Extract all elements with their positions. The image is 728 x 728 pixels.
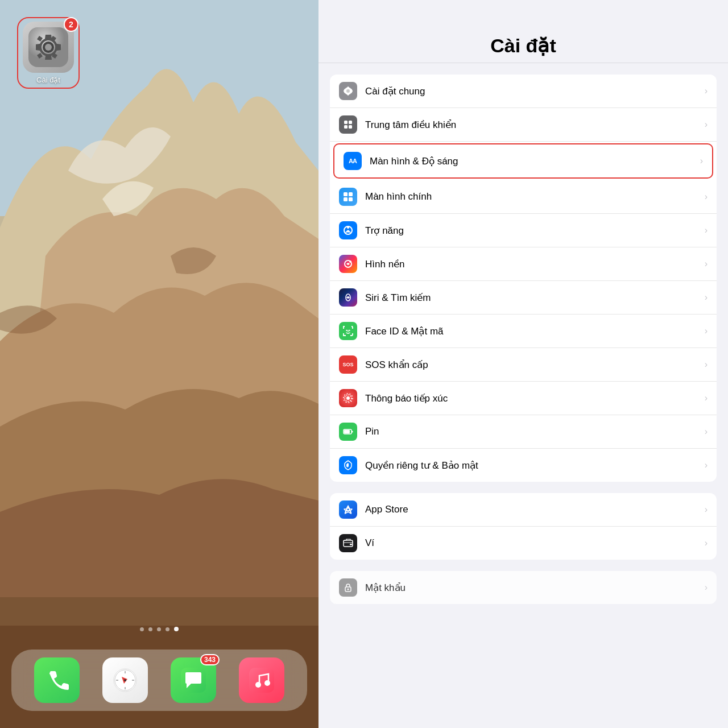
messages-dock-icon[interactable]: 343: [171, 657, 216, 703]
wallpaper-chevron: ›: [705, 259, 708, 269]
svg-point-31: [346, 330, 347, 331]
page-dot-3: [157, 627, 161, 631]
wallet-icon: [339, 534, 357, 552]
general-chevron: ›: [705, 86, 708, 96]
svg-point-8: [45, 44, 52, 51]
settings-item-control-center[interactable]: Trung tâm điều khiển ›: [330, 108, 717, 142]
sos-chevron: ›: [705, 359, 708, 370]
svg-point-33: [346, 396, 350, 400]
sos-label: SOS khẩn cấp: [365, 359, 700, 371]
accessibility-chevron: ›: [705, 225, 708, 235]
svg-point-16: [346, 89, 350, 93]
svg-rect-21: [344, 192, 348, 196]
wallpaper-label: Hình nền: [365, 258, 700, 270]
wallet-chevron: ›: [705, 538, 708, 548]
control-center-label: Trung tâm điều khiển: [365, 119, 700, 131]
svg-rect-22: [349, 192, 353, 196]
settings-item-appstore[interactable]: App Store ›: [330, 493, 717, 527]
settings-item-wallet[interactable]: Ví ›: [330, 527, 717, 560]
svg-point-41: [348, 589, 349, 590]
home-screen-chevron: ›: [705, 192, 708, 202]
svg-point-14: [255, 682, 261, 688]
svg-rect-23: [344, 197, 348, 201]
page-dot-5: [174, 627, 179, 631]
siri-chevron: ›: [705, 292, 708, 303]
settings-item-display[interactable]: AA Màn hình & Độ sáng ›: [333, 143, 713, 179]
siri-icon: [339, 288, 357, 307]
display-icon: AA: [344, 152, 362, 170]
settings-group-2: App Store › Ví ›: [330, 493, 717, 560]
appstore-icon: [339, 500, 357, 519]
appstore-chevron: ›: [705, 504, 708, 515]
settings-item-accessibility[interactable]: Trợ năng ›: [330, 214, 717, 247]
svg-rect-19: [344, 125, 348, 129]
password-label: Mật khẩu: [365, 582, 700, 594]
settings-group-3: Mật khẩu ›: [330, 571, 717, 604]
page-indicator: [140, 627, 179, 631]
home-screen-label: Màn hình chính: [365, 191, 700, 202]
safari-dock-icon[interactable]: [102, 657, 148, 703]
svg-rect-39: [350, 544, 352, 545]
settings-header: Cài đặt: [318, 0, 728, 63]
messages-badge: 343: [200, 654, 220, 665]
app-dock: 343: [11, 650, 307, 711]
settings-app-icon[interactable]: 2 Cài đặt: [17, 17, 80, 89]
accessibility-label: Trợ năng: [365, 225, 700, 237]
control-center-chevron: ›: [705, 119, 708, 130]
settings-badge: 2: [64, 17, 78, 32]
privacy-label: Quyền riêng tư & Bảo mật: [365, 460, 700, 471]
music-dock-icon[interactable]: [239, 657, 284, 703]
faceid-label: Face ID & Mật mã: [365, 325, 700, 337]
svg-rect-13: [249, 668, 274, 693]
faceid-icon: [339, 322, 357, 340]
exposure-chevron: ›: [705, 393, 708, 403]
settings-item-battery[interactable]: Pin ›: [330, 415, 717, 449]
settings-panel-title: Cài đặt: [330, 34, 717, 57]
wallpaper-icon: [339, 255, 357, 273]
password-chevron: ›: [705, 582, 708, 593]
settings-panel: Cài đặt Cài đặt chung ›: [318, 0, 728, 728]
settings-group-1: Cài đặt chung › Trung tâm điều khiển ›: [330, 75, 717, 482]
svg-rect-38: [344, 540, 353, 547]
svg-rect-24: [349, 197, 353, 201]
settings-item-general[interactable]: Cài đặt chung ›: [330, 75, 717, 108]
settings-item-home-screen[interactable]: Màn hình chính ›: [330, 180, 717, 214]
settings-item-password[interactable]: Mật khẩu ›: [330, 571, 717, 604]
control-center-icon: [339, 115, 357, 134]
svg-rect-37: [344, 430, 350, 433]
page-dot-2: [148, 627, 152, 631]
svg-point-30: [347, 296, 349, 299]
settings-item-siri[interactable]: Siri & Tìm kiếm ›: [330, 281, 717, 315]
svg-rect-20: [349, 125, 352, 129]
accessibility-icon: [339, 221, 357, 239]
svg-point-11: [124, 679, 126, 681]
battery-label: Pin: [365, 426, 700, 437]
home-screen-icon: [339, 188, 357, 206]
svg-rect-18: [349, 121, 352, 124]
siri-label: Siri & Tìm kiếm: [365, 292, 700, 304]
settings-item-exposure[interactable]: Thông báo tiếp xúc ›: [330, 382, 717, 415]
page-dot-4: [166, 627, 169, 631]
svg-rect-17: [344, 121, 348, 124]
display-chevron: ›: [700, 156, 703, 166]
password-icon: [339, 578, 357, 597]
general-icon: [339, 82, 357, 100]
privacy-chevron: ›: [705, 460, 708, 470]
appstore-label: App Store: [365, 504, 700, 515]
exposure-icon: [339, 389, 357, 407]
settings-item-sos[interactable]: SOS SOS khẩn cấp ›: [330, 348, 717, 382]
settings-item-privacy[interactable]: Quyền riêng tư & Bảo mật ›: [330, 449, 717, 482]
settings-icon-label: Cài đặt: [36, 76, 60, 84]
settings-list: Cài đặt chung › Trung tâm điều khiển ›: [318, 63, 728, 728]
battery-icon: [339, 423, 357, 441]
general-label: Cài đặt chung: [365, 85, 700, 97]
wallet-label: Ví: [365, 537, 700, 549]
battery-chevron: ›: [705, 427, 708, 437]
phone-dock-icon[interactable]: [34, 657, 80, 703]
svg-point-15: [264, 680, 270, 686]
settings-item-wallpaper[interactable]: Hình nền ›: [330, 247, 717, 281]
settings-item-faceid[interactable]: Face ID & Mật mã ›: [330, 315, 717, 348]
privacy-icon: [339, 456, 357, 474]
exposure-label: Thông báo tiếp xúc: [365, 392, 700, 404]
home-screen: 2 Cài đặt: [0, 0, 318, 728]
